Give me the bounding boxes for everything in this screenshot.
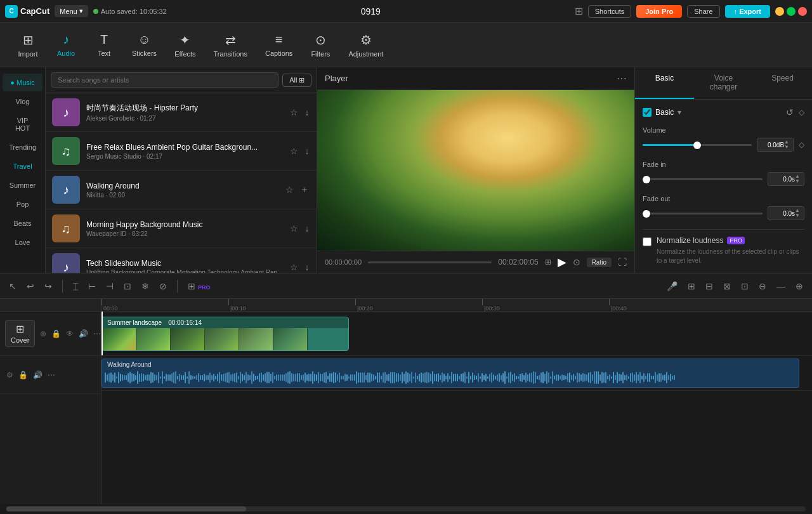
freeze-button[interactable]: ❄: [139, 279, 152, 294]
category-item-vip-hot[interactable]: VIP HOT: [3, 112, 43, 137]
tool-text[interactable]: T Text: [86, 29, 122, 61]
volume-step-down[interactable]: ▼: [784, 145, 789, 150]
tool-captions[interactable]: ≡ Captions: [258, 29, 300, 61]
search-input[interactable]: [51, 72, 278, 88]
track-add-button[interactable]: ⊕: [39, 328, 48, 339]
crop-button[interactable]: ⊘: [157, 279, 169, 294]
category-item-pop[interactable]: Pop: [3, 195, 43, 213]
song-add-button[interactable]: ＋: [299, 183, 310, 197]
category-item-travel[interactable]: Travel: [3, 157, 43, 175]
tool-filters[interactable]: ⊙ Filters: [303, 29, 338, 62]
fade-in-slider-thumb[interactable]: [643, 176, 650, 183]
fade-in-slider[interactable]: [643, 178, 763, 180]
join-pro-button[interactable]: Join Pro: [636, 5, 682, 18]
category-item-beats[interactable]: Beats: [3, 214, 43, 232]
song-favorite-button[interactable]: ☆: [289, 145, 299, 157]
cover-button[interactable]: ⊞ Cover: [5, 320, 35, 347]
volume-keyframe-button[interactable]: ◇: [799, 140, 804, 149]
tab-basic[interactable]: Basic: [635, 67, 694, 99]
tl-btn-3[interactable]: ⊠: [721, 279, 733, 294]
audio-volume-button[interactable]: 🔊: [32, 369, 44, 381]
song-download-button[interactable]: ↓: [303, 106, 310, 119]
track-volume-button[interactable]: 🔊: [77, 328, 89, 339]
song-favorite-button[interactable]: ☆: [289, 106, 299, 119]
tl-btn-2[interactable]: ⊟: [703, 279, 716, 294]
song-download-button[interactable]: ↓: [303, 261, 310, 273]
fade-out-slider[interactable]: [643, 213, 763, 214]
category-item-music[interactable]: ● Music: [3, 74, 43, 91]
song-item[interactable]: ♪ Tech Slideshow Music Uplifting Backgro…: [46, 248, 317, 273]
category-item-vlog[interactable]: Vlog: [3, 93, 43, 110]
volume-slider-thumb[interactable]: [693, 142, 701, 149]
fullscreen-button[interactable]: ⛶: [618, 257, 627, 267]
song-download-button[interactable]: ↓: [303, 222, 310, 235]
song-item[interactable]: ♪ Walking Around Nikitta · 02:00 ☆ ＋: [46, 171, 317, 209]
minimize-button[interactable]: [775, 7, 784, 16]
undo-button[interactable]: ↩: [24, 279, 37, 294]
menu-button[interactable]: Menu ▾: [55, 5, 88, 17]
basic-checkbox[interactable]: [643, 108, 652, 117]
song-favorite-button[interactable]: ☆: [284, 183, 295, 196]
ratio-button[interactable]: Ratio: [587, 258, 612, 267]
select-tool-button[interactable]: ↖: [6, 279, 19, 294]
tl-btn-5[interactable]: ⊖: [756, 279, 769, 294]
song-download-button[interactable]: ↓: [303, 145, 310, 157]
player-timeline-bar[interactable]: [368, 261, 492, 263]
tl-btn-4[interactable]: ⊡: [738, 279, 751, 294]
tool-audio[interactable]: ♪ Audio: [48, 29, 84, 61]
split-button[interactable]: ⌶: [70, 279, 81, 294]
tool-effects[interactable]: ✦ Effects: [167, 29, 203, 62]
microphone-button[interactable]: 🎤: [664, 279, 680, 294]
song-item[interactable]: ♫ Morning Happy Background Music Wavepap…: [46, 209, 317, 248]
share-button[interactable]: Share: [687, 5, 719, 18]
normalize-checkbox[interactable]: [643, 237, 652, 246]
magnet-button[interactable]: ⊞: [685, 279, 698, 294]
tool-import[interactable]: ⊞ Import: [10, 29, 46, 62]
song-favorite-button[interactable]: ☆: [289, 261, 299, 273]
track-more-button[interactable]: ⋯: [92, 328, 102, 339]
all-filter-button[interactable]: All ⊞: [282, 74, 311, 87]
maximize-button[interactable]: [787, 7, 796, 16]
scrollbar-thumb[interactable]: [6, 506, 246, 511]
tool-transitions[interactable]: ⇄ Transitions: [206, 29, 255, 62]
capture-button[interactable]: ⊙: [573, 257, 580, 267]
split-right-button[interactable]: ⊣: [103, 279, 116, 294]
category-item-trending[interactable]: Trending: [3, 138, 43, 156]
redo-button[interactable]: ↪: [42, 279, 55, 294]
timeline-scrollbar[interactable]: [6, 506, 806, 511]
song-favorite-button[interactable]: ☆: [289, 222, 299, 235]
split-left-button[interactable]: ⊢: [86, 279, 98, 294]
audio-lock-button[interactable]: 🔒: [17, 369, 29, 381]
tab-voice-changer[interactable]: Voice changer: [694, 67, 753, 99]
basic-reset-button[interactable]: ↺: [786, 107, 794, 117]
category-item-love[interactable]: Love: [3, 234, 43, 251]
audio-settings-button[interactable]: ⚙: [5, 369, 15, 381]
fade-in-step-down[interactable]: ▼: [795, 179, 800, 184]
play-button[interactable]: ▶: [558, 255, 566, 269]
song-item[interactable]: ♫ Free Relax Blues Ambient Pop Guitar Ba…: [46, 132, 317, 171]
tool-adjustment[interactable]: ⚙ Adjustment: [341, 29, 391, 62]
volume-slider[interactable]: [643, 144, 752, 146]
delete-button[interactable]: ⊡: [121, 279, 134, 294]
timeline-tracks-right[interactable]: 00:00 |00:10 |00:20 |00:30: [102, 299, 812, 504]
close-button[interactable]: [798, 7, 807, 16]
audio-clip[interactable]: Walking Around: [102, 359, 799, 388]
tl-btn-7[interactable]: ⊕: [793, 279, 806, 294]
shortcuts-button[interactable]: Shortcuts: [588, 5, 631, 18]
tl-btn-6[interactable]: —: [774, 279, 788, 294]
player-grid-button[interactable]: ⊞: [545, 258, 551, 267]
video-clip[interactable]: Summer landscape 00:00:16:14: [102, 317, 349, 351]
tool-stickers[interactable]: ☺ Stickers: [124, 29, 164, 61]
audio-more-button[interactable]: ⋯: [46, 369, 56, 381]
tab-speed[interactable]: Speed: [753, 67, 812, 99]
auto-cut-button[interactable]: ⊞ PRO: [185, 279, 213, 294]
song-item[interactable]: ♪ 时尚节奏活动现场 - Hipster Party Aleksei Gorob…: [46, 93, 317, 132]
export-button[interactable]: ↑ Export: [725, 5, 770, 18]
category-item-summer[interactable]: Summer: [3, 176, 43, 194]
fade-out-step-down[interactable]: ▼: [795, 213, 800, 218]
player-menu-button[interactable]: ⋯: [617, 72, 627, 84]
track-lock-button[interactable]: 🔒: [50, 328, 62, 339]
fade-out-slider-thumb[interactable]: [643, 210, 650, 218]
basic-diamond-button[interactable]: ◇: [799, 107, 804, 117]
track-hide-button[interactable]: 👁: [65, 328, 75, 339]
